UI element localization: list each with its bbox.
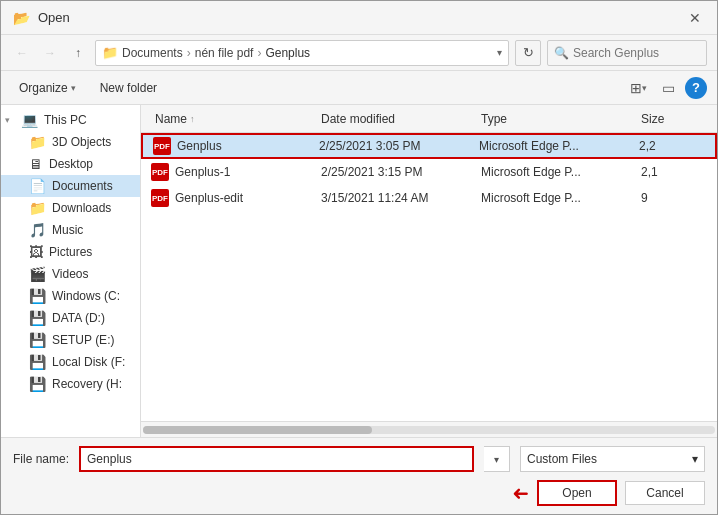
file-list-header: Name ↑ Date modified Type Size bbox=[141, 105, 717, 133]
up-icon: ↑ bbox=[75, 46, 81, 60]
file-item-genplus-1[interactable]: PDF Genplus-1 2/25/2021 3:15 PM Microsof… bbox=[141, 159, 717, 185]
pdf-icon: PDF bbox=[151, 189, 169, 207]
col-type-label: Type bbox=[481, 112, 507, 126]
forward-icon: → bbox=[44, 46, 56, 60]
action-row: ➜ Open Cancel bbox=[13, 480, 705, 506]
horizontal-scrollbar[interactable] bbox=[141, 423, 717, 437]
view-chevron-icon: ▾ bbox=[642, 83, 647, 93]
sidebar-label: Videos bbox=[52, 267, 88, 281]
pane-button[interactable]: ▭ bbox=[655, 75, 681, 101]
up-button[interactable]: ↑ bbox=[67, 42, 89, 64]
cancel-button[interactable]: Cancel bbox=[625, 481, 705, 505]
pc-icon: 💻 bbox=[21, 112, 38, 128]
drive-icon: 💾 bbox=[29, 354, 46, 370]
open-dialog: 📂 Open ✕ ← → ↑ 📁 Documents › nén file pd… bbox=[0, 0, 718, 515]
sidebar-item-setup[interactable]: 💾 SETUP (E:) bbox=[1, 329, 140, 351]
organize-button[interactable]: Organize ▾ bbox=[11, 78, 84, 98]
drive-icon: 💾 bbox=[29, 376, 46, 392]
help-button[interactable]: ? bbox=[685, 77, 707, 99]
filetype-chevron-icon: ▾ bbox=[692, 452, 698, 466]
sidebar-label: DATA (D:) bbox=[52, 311, 105, 325]
documents-icon: 📄 bbox=[29, 178, 46, 194]
sidebar-item-documents[interactable]: 📄 Documents bbox=[1, 175, 140, 197]
sidebar-item-local-disk[interactable]: 💾 Local Disk (F: bbox=[1, 351, 140, 373]
filename-row: File name: ▾ Custom Files ▾ bbox=[13, 446, 705, 472]
toolbar: Organize ▾ New folder ⊞ ▾ ▭ ? bbox=[1, 71, 717, 105]
sidebar-item-desktop[interactable]: 🖥 Desktop bbox=[1, 153, 140, 175]
sidebar-item-music[interactable]: 🎵 Music bbox=[1, 219, 140, 241]
sidebar-item-pictures[interactable]: 🖼 Pictures bbox=[1, 241, 140, 263]
scrollbar-area bbox=[141, 421, 717, 437]
sidebar-item-recovery[interactable]: 💾 Recovery (H: bbox=[1, 373, 140, 395]
file-item-genplus[interactable]: PDF Genplus 2/25/2021 3:05 PM Microsoft … bbox=[141, 133, 717, 159]
sidebar-item-downloads[interactable]: 📁 Downloads bbox=[1, 197, 140, 219]
address-bar[interactable]: 📁 Documents › nén file pdf › Genplus ▾ bbox=[95, 40, 509, 66]
sidebar-label: Downloads bbox=[52, 201, 111, 215]
filename-input[interactable] bbox=[79, 446, 474, 472]
dialog-title: Open bbox=[38, 10, 70, 25]
column-header-name[interactable]: Name ↑ bbox=[151, 112, 317, 126]
column-header-type[interactable]: Type bbox=[477, 112, 637, 126]
new-folder-button[interactable]: New folder bbox=[92, 78, 165, 98]
arrow-indicator: ➜ bbox=[512, 481, 529, 505]
file-item-genplus-edit[interactable]: PDF Genplus-edit 3/15/2021 11:24 AM Micr… bbox=[141, 185, 717, 211]
address-chevron-icon[interactable]: ▾ bbox=[497, 47, 502, 58]
refresh-button[interactable]: ↻ bbox=[515, 40, 541, 66]
title-bar-left: 📂 Open bbox=[13, 10, 70, 26]
refresh-icon: ↻ bbox=[523, 45, 534, 60]
open-button[interactable]: Open bbox=[537, 480, 617, 506]
sidebar-item-data[interactable]: 💾 DATA (D:) bbox=[1, 307, 140, 329]
close-button[interactable]: ✕ bbox=[685, 8, 705, 28]
file-size: 2,1 bbox=[637, 165, 707, 179]
folder-icon: 📁 bbox=[29, 134, 46, 150]
file-name-cell: PDF Genplus bbox=[153, 137, 315, 155]
title-bar: 📂 Open ✕ bbox=[1, 1, 717, 35]
file-name: Genplus-edit bbox=[175, 191, 243, 205]
dropdown-chevron-icon: ▾ bbox=[494, 454, 499, 465]
file-name-cell: PDF Genplus-1 bbox=[151, 163, 317, 181]
col-name-label: Name bbox=[155, 112, 187, 126]
forward-button[interactable]: → bbox=[39, 42, 61, 64]
breadcrumb-sub: nén file pdf bbox=[195, 46, 254, 60]
sidebar-item-windows[interactable]: 💾 Windows (C: bbox=[1, 285, 140, 307]
file-date: 3/15/2021 11:24 AM bbox=[317, 191, 477, 205]
filename-label: File name: bbox=[13, 452, 69, 466]
sidebar: ▾ 💻 This PC 📁 3D Objects 🖥 Desktop 📄 Doc… bbox=[1, 105, 141, 437]
file-area: Name ↑ Date modified Type Size PDF bbox=[141, 105, 717, 437]
sidebar-item-3d-objects[interactable]: 📁 3D Objects bbox=[1, 131, 140, 153]
file-name-cell: PDF Genplus-edit bbox=[151, 189, 317, 207]
sidebar-chevron-icon: ▾ bbox=[5, 115, 15, 125]
sidebar-item-this-pc[interactable]: ▾ 💻 This PC bbox=[1, 109, 140, 131]
search-input[interactable] bbox=[573, 46, 700, 60]
back-icon: ← bbox=[16, 46, 28, 60]
scroll-thumb[interactable] bbox=[143, 426, 372, 434]
sidebar-label: Pictures bbox=[49, 245, 92, 259]
sidebar-label: Recovery (H: bbox=[52, 377, 122, 391]
videos-icon: 🎬 bbox=[29, 266, 46, 282]
filetype-dropdown[interactable]: Custom Files ▾ bbox=[520, 446, 705, 472]
new-folder-label: New folder bbox=[100, 81, 157, 95]
search-box[interactable]: 🔍 bbox=[547, 40, 707, 66]
file-name: Genplus-1 bbox=[175, 165, 230, 179]
filename-dropdown-button[interactable]: ▾ bbox=[484, 446, 510, 472]
sidebar-item-videos[interactable]: 🎬 Videos bbox=[1, 263, 140, 285]
back-button[interactable]: ← bbox=[11, 42, 33, 64]
file-size: 9 bbox=[637, 191, 707, 205]
view-button[interactable]: ⊞ ▾ bbox=[625, 75, 651, 101]
organize-chevron-icon: ▾ bbox=[71, 83, 76, 93]
pdf-icon: PDF bbox=[153, 137, 171, 155]
file-type: Microsoft Edge P... bbox=[475, 139, 635, 153]
column-header-size[interactable]: Size bbox=[637, 112, 707, 126]
desktop-icon: 🖥 bbox=[29, 156, 43, 172]
file-list: PDF Genplus 2/25/2021 3:05 PM Microsoft … bbox=[141, 133, 717, 421]
view-icon: ⊞ bbox=[630, 80, 642, 96]
organize-label: Organize bbox=[19, 81, 68, 95]
music-icon: 🎵 bbox=[29, 222, 46, 238]
bottom-area: File name: ▾ Custom Files ▾ ➜ Open Cance… bbox=[1, 437, 717, 514]
sidebar-label: 3D Objects bbox=[52, 135, 111, 149]
folder-icon: 📁 bbox=[102, 45, 118, 60]
breadcrumb-root: Documents bbox=[122, 46, 183, 60]
downloads-icon: 📁 bbox=[29, 200, 46, 216]
sidebar-label: Desktop bbox=[49, 157, 93, 171]
column-header-date[interactable]: Date modified bbox=[317, 112, 477, 126]
